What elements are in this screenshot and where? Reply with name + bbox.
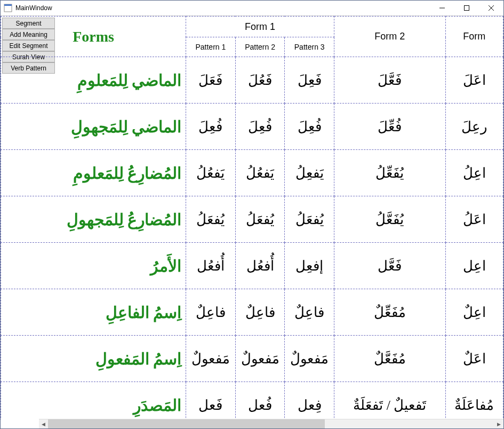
cell: فُعِلَ [235,104,285,150]
cell: مَفعولٌ [285,336,334,382]
cell: أُفعُل [235,243,285,289]
svg-rect-3 [465,6,469,11]
cell: اعَلٌ [445,336,503,382]
form1-header: Form 1 [186,17,334,37]
cell: فَعَّل [334,243,446,289]
table-row: الماضي لِلمَعلومِفَعَلَفَعُلَفَعِلَفَعَّ… [1,57,503,104]
table-row: اِسمُ المَفعولِمَفعولٌمَفعولٌمَفعولٌمُفَ… [1,336,503,382]
row-label: اِسمُ الفاعِلِ [1,289,186,336]
pattern1-header: Pattern 1 [186,37,236,57]
cell: فَعل [186,382,236,420]
cell: اعِلٌ [445,289,503,336]
cell: مُفاعَلَةٌ [445,382,503,420]
table-row: المُضارِعُ لِلمَعلومِيَفعُلُيَفعُلُيَفعِ… [1,150,503,196]
cell: يَفعُلُ [186,150,236,196]
row-label: المَصدَرِ [1,382,186,420]
app-icon [4,4,12,12]
cell: اعِل [445,243,503,289]
cell: يُفعَلُ [235,196,285,243]
cell: يُفعَلُ [186,196,236,243]
scroll-left-arrow[interactable]: ◀ [39,419,48,428]
main-view: Forms Form 1 Form 2 Form Pattern 1 Patte… [1,16,503,419]
form2-header: Form 2 [334,17,446,57]
cell: يَفعِلُ [285,150,334,196]
titlebar[interactable]: MainWindow [1,1,503,16]
form3-header: Form [445,17,503,57]
table-row: المَصدَرِفَعلفُعلفِعلتَفعيلٌ / تَفعَلَةٌ… [1,382,503,420]
table-row: الأَمرُأُفعُلأُفعُلإفعِلفَعَّلاعِل [1,243,503,289]
cell: فُعِّلَ [334,104,446,150]
cell: مُفَعَّلٌ [334,336,446,382]
close-button[interactable] [479,1,503,15]
forms-corner: Forms [1,17,186,57]
cell: مُفَعِّلٌ [334,289,446,336]
cell: فَعِلَ [285,57,334,104]
cell: فُعِلَ [285,104,334,150]
table-row: المُضارِعُ لِلمَجهولِيُفعَلُيُفعَلُيُفعَ… [1,196,503,243]
cell: يَفعُلُ [235,150,285,196]
row-label: المُضارِعُ لِلمَجهولِ [1,196,186,243]
maximize-button[interactable] [454,1,479,15]
cell: فَعُلَ [235,57,285,104]
cell: فُعل [235,382,285,420]
table-row: الماضي لِلمَجهولِفُعِلَفُعِلَفُعِلَفُعِّ… [1,104,503,150]
cell: يُفَعِّلُ [334,150,446,196]
cell: رعِلَ [445,104,503,150]
scroll-thumb[interactable] [48,419,325,428]
svg-rect-1 [4,4,12,6]
cell: فُعِلَ [186,104,236,150]
cell: فاعِلٌ [285,289,334,336]
row-label: الماضي لِلمَعلومِ [1,57,186,104]
verb-pattern-table: Forms Form 1 Form 2 Form Pattern 1 Patte… [1,16,503,419]
row-label: المُضارِعُ لِلمَعلومِ [1,150,186,196]
scroll-right-arrow[interactable]: ▶ [494,419,503,428]
cell: فاعِلٌ [186,289,236,336]
cell: يُفعَلُ [285,196,334,243]
cell: فِعل [285,382,334,420]
row-label: اِسمُ المَفعولِ [1,336,186,382]
cell: اعَلَ [445,57,503,104]
minimize-button[interactable] [430,1,454,15]
cell: اعَلُ [445,196,503,243]
cell: مَفعولٌ [235,336,285,382]
horizontal-scrollbar[interactable]: ◀ ▶ [39,419,503,428]
cell: فَعَّلَ [334,57,446,104]
pattern2-header: Pattern 2 [235,37,285,57]
cell: تَفعيلٌ / تَفعَلَةٌ [334,382,446,420]
cell: فَعَلَ [186,57,236,104]
cell: إفعِل [285,243,334,289]
pattern3-header: Pattern 3 [285,37,334,57]
cell: فاعِلٌ [235,289,285,336]
cell: يُفَعَّلُ [334,196,446,243]
cell: اعِلُ [445,150,503,196]
window-title: MainWindow [15,4,52,12]
cell: مَفعولٌ [186,336,236,382]
scroll-track[interactable] [48,419,494,428]
table-row: اِسمُ الفاعِلِفاعِلٌفاعِلٌفاعِلٌمُفَعِّل… [1,289,503,336]
row-label: الأَمرُ [1,243,186,289]
cell: أُفعُل [186,243,236,289]
row-label: الماضي لِلمَجهولِ [1,104,186,150]
